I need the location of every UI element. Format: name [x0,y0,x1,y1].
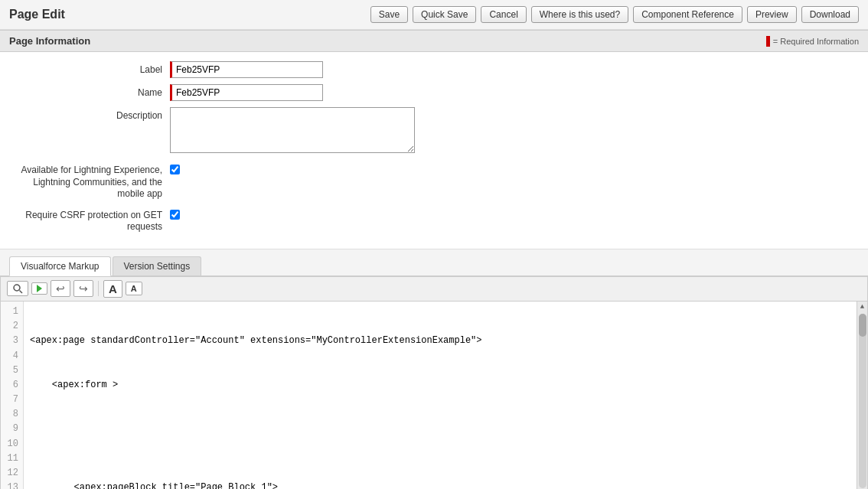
arrow-right-icon [37,285,42,292]
font-decrease-button[interactable]: A [126,282,142,295]
scroll-up-arrow[interactable]: ▲ [859,302,866,312]
line-numbers: 1 2 3 4 5 6 7 8 9 10 11 12 13 14 15 16 1… [1,302,24,489]
required-text: = Required Information [773,37,859,46]
label-input-wrapper [170,61,323,78]
lightning-checkbox-wrapper [170,161,180,177]
vertical-scrollbar[interactable]: ▲ ▼ [857,302,867,489]
page-info-section-header: Page Information = Required Information [0,30,868,52]
csrf-row: Require CSRF protection on GET requests [0,207,868,233]
tabs-bar: Visualforce Markup Version Settings [0,249,868,276]
form-area: Label Name Description Available for Lig… [0,52,868,249]
download-button[interactable]: Download [801,6,859,23]
cancel-button[interactable]: Cancel [481,6,526,23]
scrollbar-v-thumb[interactable] [859,314,866,337]
label-input[interactable] [170,61,323,78]
csrf-checkbox-wrapper [170,207,180,222]
svg-point-0 [14,285,20,291]
code-editor[interactable]: 1 2 3 4 5 6 7 8 9 10 11 12 13 14 15 16 1… [1,302,867,489]
tab-version-settings[interactable]: Version Settings [113,256,202,275]
component-reference-button[interactable]: Component Reference [633,6,742,23]
where-is-this-button[interactable]: Where is this used? [531,6,628,23]
quick-save-button[interactable]: Quick Save [413,6,476,23]
scrollbar-v-track [859,314,866,488]
required-bar-icon [766,36,770,47]
name-field-label: Name [9,84,170,98]
font-increase-button[interactable]: A [103,280,122,298]
description-textarea[interactable] [170,107,415,153]
tab-visualforce-markup[interactable]: Visualforce Markup [9,256,111,276]
svg-line-1 [20,291,23,294]
label-field-label: Label [9,61,170,75]
undo-button[interactable]: ↩ [51,280,70,297]
description-row: Description [0,107,868,155]
undo-icon: ↩ [56,282,65,295]
go-button[interactable] [31,282,47,295]
preview-button[interactable]: Preview [747,6,797,23]
redo-icon: ↪ [79,282,88,295]
lightning-checkbox[interactable] [170,165,180,174]
editor-toolbar: ↩ ↪ A A [1,277,867,302]
name-input-wrapper [170,84,323,101]
redo-button[interactable]: ↪ [73,280,93,297]
search-icon [12,283,23,294]
page-title: Page Edit [9,8,65,21]
required-info: = Required Information [766,36,859,47]
name-row: Name [0,84,868,101]
name-input[interactable] [170,84,323,101]
description-field-label: Description [9,107,170,121]
editor-container: ↩ ↪ A A 1 2 3 4 5 6 7 8 9 10 11 12 13 14 [0,276,868,489]
csrf-checkbox[interactable] [170,210,180,220]
csrf-label: Require CSRF protection on GET requests [9,207,170,233]
description-input-wrapper [170,107,415,155]
code-content: <apex:page standardController="Account" … [24,302,867,489]
font-large-icon: A [109,282,117,295]
font-small-icon: A [131,284,137,293]
lightning-row: Available for Lightning Experience, Ligh… [0,161,868,200]
divider1 [98,281,99,296]
lightning-label: Available for Lightning Experience, Ligh… [9,161,170,200]
label-row: Label [0,61,868,78]
save-button[interactable]: Save [370,6,408,23]
page-header: Page Edit Save Quick Save Cancel Where i… [0,0,868,30]
section-title: Page Information [9,35,90,47]
search-button[interactable] [7,281,28,296]
